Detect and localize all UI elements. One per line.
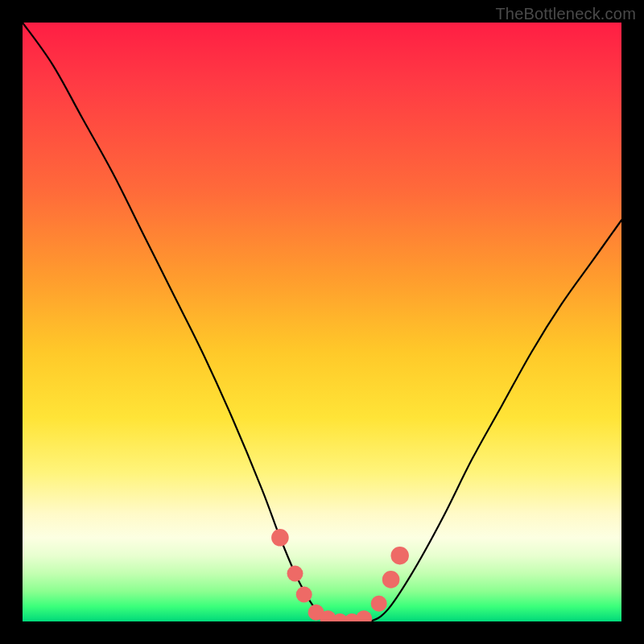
curve-marker [371, 596, 387, 612]
curve-marker [271, 529, 289, 547]
curve-marker [382, 571, 400, 588]
bottleneck-curve [23, 23, 621, 621]
chart-frame: TheBottleneck.com [0, 0, 644, 644]
curve-marker [391, 547, 409, 564]
plot-area [23, 23, 621, 621]
curve-marker [356, 610, 372, 621]
attribution-text: TheBottleneck.com [495, 5, 636, 23]
curve-layer [23, 23, 621, 621]
curve-marker [287, 566, 303, 582]
curve-markers [271, 529, 409, 621]
curve-marker [296, 587, 312, 603]
